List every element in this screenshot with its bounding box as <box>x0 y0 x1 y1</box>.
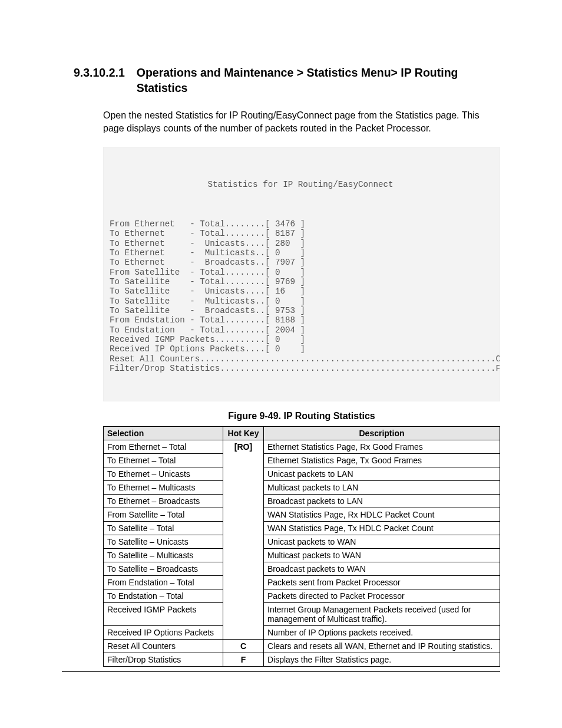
cell-selection: From Endstation – Total <box>104 575 223 589</box>
cell-description: Packets sent from Packet Processor <box>264 575 500 589</box>
table-row: To Endstation – TotalPackets directed to… <box>104 589 500 602</box>
cell-selection: To Satellite – Unicasts <box>104 535 223 548</box>
cell-hotkey <box>223 575 264 589</box>
cell-description: WAN Statistics Page, Rx HDLC Packet Coun… <box>264 508 500 521</box>
cell-description: Broadcast packets to LAN <box>264 494 500 508</box>
table-row: Filter/Drop StatisticsFDisplays the Filt… <box>104 653 500 666</box>
cell-description: Displays the Filter Statistics page. <box>264 653 500 666</box>
cell-hotkey <box>223 535 264 548</box>
cell-hotkey <box>223 602 264 625</box>
cell-hotkey <box>223 453 264 467</box>
cell-hotkey <box>223 589 264 602</box>
cell-hotkey: [RO] <box>223 440 264 453</box>
table-row: From Endstation – TotalPackets sent from… <box>104 575 500 589</box>
cell-description: Unicast packets to LAN <box>264 467 500 480</box>
figure-caption: Figure 9-49. IP Routing Statistics <box>103 411 500 421</box>
table-row: To Satellite – TotalWAN Statistics Page,… <box>104 521 500 535</box>
table-row: To Ethernet – BroadcastsBroadcast packet… <box>104 494 500 508</box>
page: 9.3.10.2.1 Operations and Maintenance > … <box>0 0 562 728</box>
table-row: From Ethernet – Total[RO]Ethernet Statis… <box>104 440 500 453</box>
cell-selection: To Satellite – Multicasts <box>104 548 223 562</box>
cell-hotkey <box>223 467 264 480</box>
cell-selection: To Ethernet – Multicasts <box>104 480 223 494</box>
cell-selection: To Endstation – Total <box>104 589 223 602</box>
col-selection: Selection <box>104 426 223 440</box>
table-row: To Ethernet – TotalEthernet Statistics P… <box>104 453 500 467</box>
table-row: To Satellite – BroadcastsBroadcast packe… <box>104 562 500 575</box>
table-row: From Satellite – TotalWAN Statistics Pag… <box>104 508 500 521</box>
table-row: To Ethernet – MulticastsMulticast packet… <box>104 480 500 494</box>
cell-selection: To Satellite – Total <box>104 521 223 535</box>
cell-hotkey <box>223 494 264 508</box>
cell-selection: To Ethernet – Unicasts <box>104 467 223 480</box>
cell-description: Packets directed to Packet Processor <box>264 589 500 602</box>
section-heading: 9.3.10.2.1 Operations and Maintenance > … <box>74 65 500 96</box>
cell-selection: From Ethernet – Total <box>104 440 223 453</box>
cell-hotkey <box>223 625 264 639</box>
cell-selection: From Satellite – Total <box>104 508 223 521</box>
intro-paragraph: Open the nested Statistics for IP Routin… <box>103 109 500 136</box>
table-row: To Ethernet – UnicastsUnicast packets to… <box>104 467 500 480</box>
cell-description: Number of IP Options packets received. <box>264 625 500 639</box>
table-row: To Satellite – MulticastsMulticast packe… <box>104 548 500 562</box>
cell-description: Internet Group Management Packets receiv… <box>264 602 500 625</box>
cell-selection: To Satellite – Broadcasts <box>104 562 223 575</box>
table-row: Received IP Options PacketsNumber of IP … <box>104 625 500 639</box>
cell-description: Multicast packets to WAN <box>264 548 500 562</box>
cell-hotkey <box>223 508 264 521</box>
cell-description: Clears and resets all WAN, Ethernet and … <box>264 639 500 653</box>
cell-selection: Received IGMP Packets <box>104 602 223 625</box>
terminal-title: Statistics for IP Routing/EasyConnect <box>104 180 500 189</box>
cell-selection: To Ethernet – Broadcasts <box>104 494 223 508</box>
col-description: Description <box>264 426 500 440</box>
cell-selection: Filter/Drop Statistics <box>104 653 223 666</box>
cell-description: Ethernet Statistics Page, Rx Good Frames <box>264 440 500 453</box>
cell-description: WAN Statistics Page, Tx HDLC Packet Coun… <box>264 521 500 535</box>
spec-table: Selection Hot Key Description From Ether… <box>103 426 500 667</box>
terminal-body: From Ethernet - Total........[ 3476 ] To… <box>104 219 500 373</box>
cell-description: Unicast packets to WAN <box>264 535 500 548</box>
cell-hotkey <box>223 480 264 494</box>
cell-hotkey: F <box>223 653 264 666</box>
section-title: Operations and Maintenance > Statistics … <box>137 65 500 96</box>
cell-description: Ethernet Statistics Page, Tx Good Frames <box>264 453 500 467</box>
cell-description: Broadcast packets to WAN <box>264 562 500 575</box>
cell-selection: Received IP Options Packets <box>104 625 223 639</box>
footer-rule <box>62 671 500 672</box>
terminal-screenshot: Statistics for IP Routing/EasyConnect Fr… <box>103 147 500 401</box>
cell-selection: To Ethernet – Total <box>104 453 223 467</box>
section-number: 9.3.10.2.1 <box>74 65 125 96</box>
cell-selection: Reset All Counters <box>104 639 223 653</box>
cell-hotkey <box>223 562 264 575</box>
table-row: Reset All CountersCClears and resets all… <box>104 639 500 653</box>
cell-hotkey <box>223 548 264 562</box>
col-hotkey: Hot Key <box>223 426 264 440</box>
cell-hotkey <box>223 521 264 535</box>
cell-hotkey: C <box>223 639 264 653</box>
cell-description: Multicast packets to LAN <box>264 480 500 494</box>
table-row: To Satellite – UnicastsUnicast packets t… <box>104 535 500 548</box>
table-row: Received IGMP PacketsInternet Group Mana… <box>104 602 500 625</box>
